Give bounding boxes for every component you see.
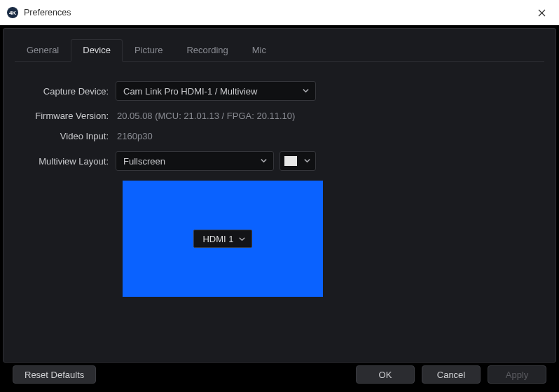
multiview-layout-value: Fullscreen bbox=[123, 156, 165, 167]
app-icon: 4K bbox=[7, 7, 18, 18]
chevron-down-icon bbox=[238, 235, 246, 243]
row-firmware: Firmware Version: 20.05.08 (MCU: 21.01.1… bbox=[29, 111, 530, 121]
video-input-label: Video Input: bbox=[29, 131, 116, 141]
multiview-layout-label: Multiview Layout: bbox=[29, 156, 116, 167]
row-capture-device: Capture Device: Cam Link Pro HDMI-1 / Mu… bbox=[29, 81, 530, 101]
tab-device[interactable]: Device bbox=[71, 39, 123, 62]
device-panel: Capture Device: Cam Link Pro HDMI-1 / Mu… bbox=[15, 81, 544, 354]
close-button[interactable] bbox=[525, 0, 558, 25]
multiview-color-select[interactable] bbox=[280, 151, 316, 171]
apply-button[interactable]: Apply bbox=[488, 365, 546, 384]
tab-picture[interactable]: Picture bbox=[123, 39, 174, 62]
preview-slot-select[interactable]: HDMI 1 bbox=[193, 230, 251, 248]
capture-device-label: Capture Device: bbox=[29, 86, 116, 97]
row-preview: HDMI 1 bbox=[29, 181, 530, 297]
color-swatch bbox=[284, 156, 297, 166]
row-video-input: Video Input: 2160p30 bbox=[29, 131, 530, 141]
row-multiview-layout: Multiview Layout: Fullscreen bbox=[29, 151, 530, 171]
dialog-inner: General Device Picture Recording Mic Cap… bbox=[3, 28, 556, 363]
titlebar: 4K Preferences bbox=[0, 0, 559, 25]
cancel-button[interactable]: Cancel bbox=[422, 365, 481, 384]
chevron-down-icon bbox=[302, 87, 310, 94]
close-icon bbox=[538, 7, 546, 19]
dialog-body: General Device Picture Recording Mic Cap… bbox=[0, 25, 559, 365]
chevron-down-icon bbox=[260, 157, 268, 164]
capture-device-value: Cam Link Pro HDMI-1 / Multiview bbox=[123, 86, 257, 97]
reset-defaults-button[interactable]: Reset Defaults bbox=[13, 365, 96, 384]
multiview-preview: HDMI 1 bbox=[123, 181, 323, 297]
dialog-footer: Reset Defaults OK Cancel Apply bbox=[0, 365, 559, 392]
preview-slot-label: HDMI 1 bbox=[202, 234, 233, 244]
tab-bar: General Device Picture Recording Mic bbox=[15, 38, 544, 62]
firmware-label: Firmware Version: bbox=[29, 111, 116, 121]
ok-button[interactable]: OK bbox=[356, 365, 415, 384]
firmware-value: 20.05.08 (MCU: 21.01.13 / FPGA: 20.11.10… bbox=[116, 111, 295, 121]
video-input-value: 2160p30 bbox=[116, 131, 153, 141]
multiview-layout-select[interactable]: Fullscreen bbox=[116, 151, 274, 171]
capture-device-select[interactable]: Cam Link Pro HDMI-1 / Multiview bbox=[116, 81, 316, 101]
window-title: Preferences bbox=[24, 8, 71, 18]
chevron-down-icon bbox=[303, 157, 311, 164]
tab-general[interactable]: General bbox=[15, 39, 71, 62]
tab-mic[interactable]: Mic bbox=[240, 39, 278, 62]
preferences-window: 4K Preferences General Device Picture Re… bbox=[0, 0, 559, 392]
tab-recording[interactable]: Recording bbox=[174, 39, 240, 62]
